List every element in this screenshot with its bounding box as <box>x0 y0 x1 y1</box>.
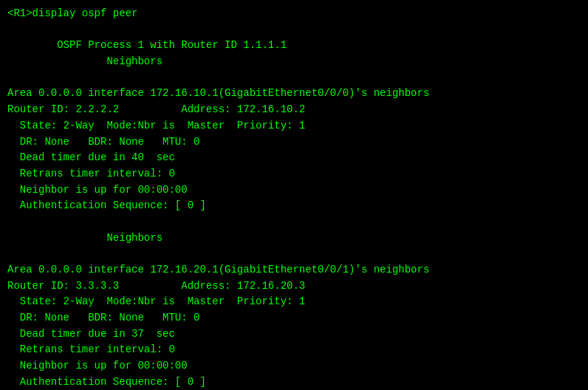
neighbors2: Neighbors <box>7 230 581 247</box>
area1-header: Area 0.0.0.0 interface 172.16.10.1(Gigab… <box>7 86 581 102</box>
area2-router: Router ID: 3.3.3.3 Address: 172.16.20.3 <box>7 278 581 295</box>
blank-1 <box>7 22 581 38</box>
blank-3 <box>7 214 581 230</box>
area2-dead: Dead timer due in 37 sec <box>7 326 581 343</box>
terminal: <R1>display ospf peer OSPF Process 1 wit… <box>0 0 588 390</box>
area1-dead: Dead timer due in 40 sec <box>7 150 581 166</box>
area2-dr: DR: None BDR: None MTU: 0 <box>7 310 581 326</box>
area1-auth: Authentication Sequence: [ 0 ] <box>7 198 581 214</box>
area2-auth: Authentication Sequence: [ 0 ] <box>7 374 581 390</box>
area2-header: Area 0.0.0.0 interface 172.16.20.1(Gigab… <box>7 262 581 278</box>
header-neighbors: Neighbors <box>7 54 581 70</box>
header-process: OSPF Process 1 with Router ID 1.1.1.1 <box>7 38 581 54</box>
blank-2 <box>7 70 581 86</box>
area2-retrans: Retrans timer interval: 0 <box>7 342 581 358</box>
area2-state: State: 2-Way Mode:Nbr is Master Priority… <box>7 294 581 310</box>
prompt-start: <R1>display ospf peer <box>7 6 581 22</box>
area1-retrans: Retrans timer interval: 0 <box>7 166 581 182</box>
blank-4 <box>7 246 581 262</box>
area2-neighbor-up: Neighbor is up for 00:00:00 <box>7 358 581 374</box>
area1-state: State: 2-Way Mode:Nbr is Master Priority… <box>7 118 581 134</box>
area1-neighbor-up: Neighbor is up for 00:00:00 <box>7 182 581 199</box>
area1-dr: DR: None BDR: None MTU: 0 <box>7 134 581 151</box>
area1-router: Router ID: 2.2.2.2 Address: 172.16.10.2 <box>7 102 581 118</box>
